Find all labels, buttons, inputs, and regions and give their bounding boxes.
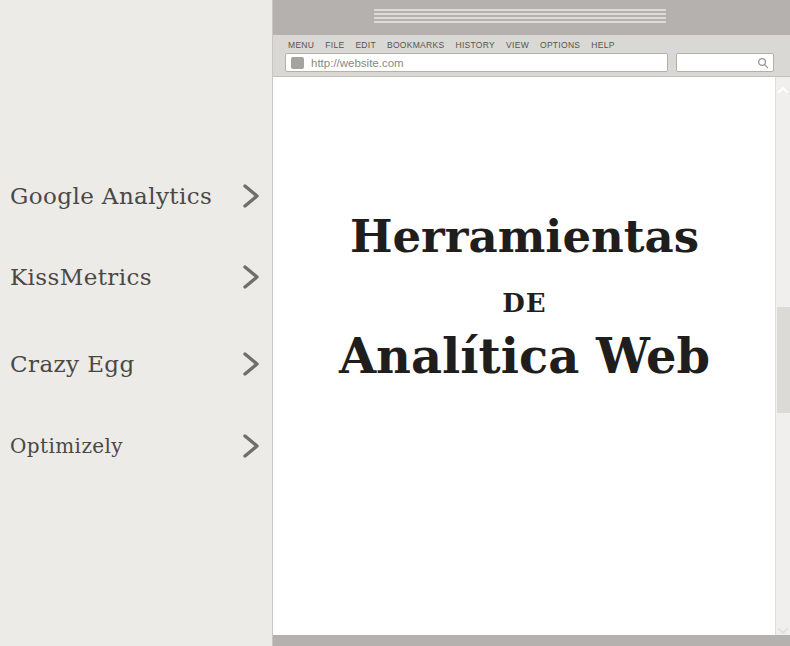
sidebar-item-label: Crazy Egg [10,351,135,377]
poster-title-block: Herramientas DE Analítica Web [273,212,776,384]
chevron-right-icon [240,433,262,459]
sidebar-item-label: Optimizely [10,434,123,458]
sidebar-item-crazy-egg[interactable]: Crazy Egg [10,347,262,381]
chevron-right-icon [240,351,262,377]
search-icon [757,57,769,69]
sidebar-item-label: Google Analytics [10,183,212,209]
poster-title-line2: DE [273,288,776,318]
poster-title-line1: Herramientas [273,212,776,262]
scroll-down-icon[interactable] [777,622,789,632]
poster-graphic: Google Analytics KissMetrics Crazy Egg O… [0,0,790,646]
browser-chrome: MENU FILE EDIT BOOKMARKS HISTORY VIEW OP… [273,35,790,77]
window-bottombar [273,635,790,646]
sidebar-item-optimizely[interactable]: Optimizely [10,429,262,463]
browser-window: MENU FILE EDIT BOOKMARKS HISTORY VIEW OP… [272,0,790,646]
address-text: http://website.com [311,57,404,69]
menu-item-options[interactable]: OPTIONS [540,40,580,50]
menu-item-view[interactable]: VIEW [506,40,529,50]
poster-title-line3: Analítica Web [273,328,776,384]
scroll-up-icon[interactable] [777,81,789,91]
url-row: http://website.com [285,53,779,72]
menu-item-file[interactable]: FILE [325,40,344,50]
chevron-right-icon [240,183,262,209]
menu-item-help[interactable]: HELP [591,40,614,50]
titlebar-grill-decoration [374,9,666,24]
sidebar-item-google-analytics[interactable]: Google Analytics [10,179,262,213]
menu-bar: MENU FILE EDIT BOOKMARKS HISTORY VIEW OP… [288,39,615,51]
page-icon [291,57,304,69]
chevron-right-icon [240,264,262,290]
scrollbar-thumb[interactable] [777,307,790,413]
page-content: Herramientas DE Analítica Web [273,77,776,635]
sidebar: Google Analytics KissMetrics Crazy Egg O… [0,0,272,646]
menu-item-history[interactable]: HISTORY [455,40,495,50]
menu-item-edit[interactable]: EDIT [355,40,376,50]
menu-item-bookmarks[interactable]: BOOKMARKS [387,40,445,50]
menu-item-menu[interactable]: MENU [288,40,314,50]
sidebar-item-label: KissMetrics [10,264,152,290]
search-input[interactable] [676,53,774,72]
window-titlebar [273,0,790,35]
vertical-scrollbar[interactable] [775,77,790,635]
address-bar[interactable]: http://website.com [285,53,668,72]
sidebar-item-kissmetrics[interactable]: KissMetrics [10,260,262,294]
